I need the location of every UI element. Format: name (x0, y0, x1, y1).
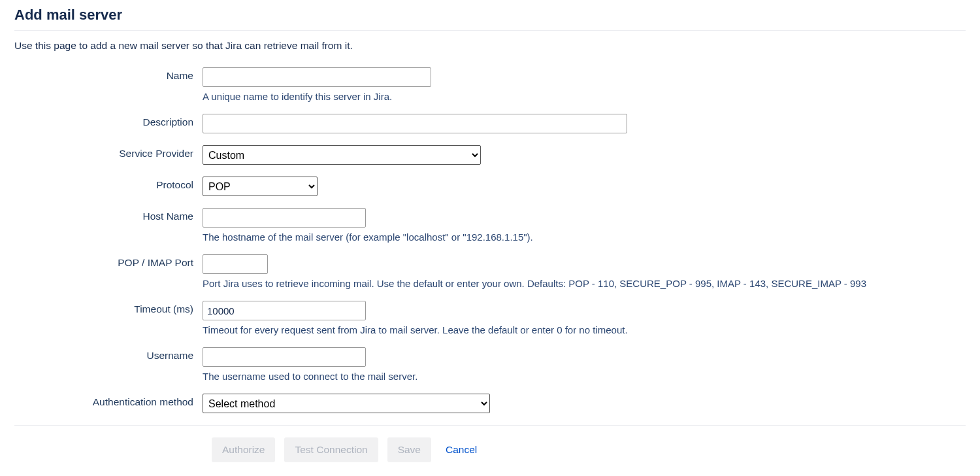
row-port: POP / IMAP Port Port Jira uses to retrie… (14, 254, 966, 289)
username-label: Username (14, 347, 203, 362)
username-help: The username used to connect to the mail… (203, 371, 966, 382)
port-label: POP / IMAP Port (14, 254, 203, 269)
service-provider-select[interactable]: Custom (203, 145, 481, 165)
host-name-label: Host Name (14, 208, 203, 222)
row-service-provider: Service Provider Custom (14, 145, 966, 165)
port-input[interactable] (203, 254, 268, 274)
timeout-help: Timeout for every request sent from Jira… (203, 324, 966, 335)
save-button[interactable]: Save (387, 437, 431, 462)
row-auth-method: Authentication method Select method (14, 394, 966, 413)
protocol-label: Protocol (14, 177, 203, 191)
row-name: Name A unique name to identify this serv… (14, 67, 966, 102)
name-help: A unique name to identify this server in… (203, 91, 966, 102)
name-input[interactable] (203, 67, 431, 87)
timeout-input[interactable] (203, 301, 366, 320)
page-intro: Use this page to add a new mail server s… (14, 40, 966, 52)
port-help: Port Jira uses to retrieve incoming mail… (203, 278, 966, 289)
row-host-name: Host Name The hostname of the mail serve… (14, 208, 966, 243)
username-input[interactable] (203, 347, 366, 367)
test-connection-button[interactable]: Test Connection (284, 437, 378, 462)
service-provider-label: Service Provider (14, 145, 203, 160)
row-timeout: Timeout (ms) Timeout for every request s… (14, 301, 966, 335)
mail-server-form: Name A unique name to identify this serv… (14, 67, 966, 462)
protocol-select[interactable]: POP (203, 177, 318, 196)
auth-method-select[interactable]: Select method (203, 394, 490, 413)
button-row: Authorize Test Connection Save Cancel (14, 437, 966, 462)
name-label: Name (14, 67, 203, 82)
row-username: Username The username used to connect to… (14, 347, 966, 382)
row-description: Description (14, 114, 966, 133)
host-name-input[interactable] (203, 208, 366, 228)
host-name-help: The hostname of the mail server (for exa… (203, 231, 966, 243)
description-input[interactable] (203, 114, 627, 133)
form-divider (14, 425, 966, 426)
authorize-button[interactable]: Authorize (212, 437, 275, 462)
page-title: Add mail server (14, 7, 966, 31)
auth-method-label: Authentication method (14, 394, 203, 408)
cancel-button[interactable]: Cancel (440, 437, 482, 462)
timeout-label: Timeout (ms) (14, 301, 203, 315)
description-label: Description (14, 114, 203, 128)
row-protocol: Protocol POP (14, 177, 966, 196)
